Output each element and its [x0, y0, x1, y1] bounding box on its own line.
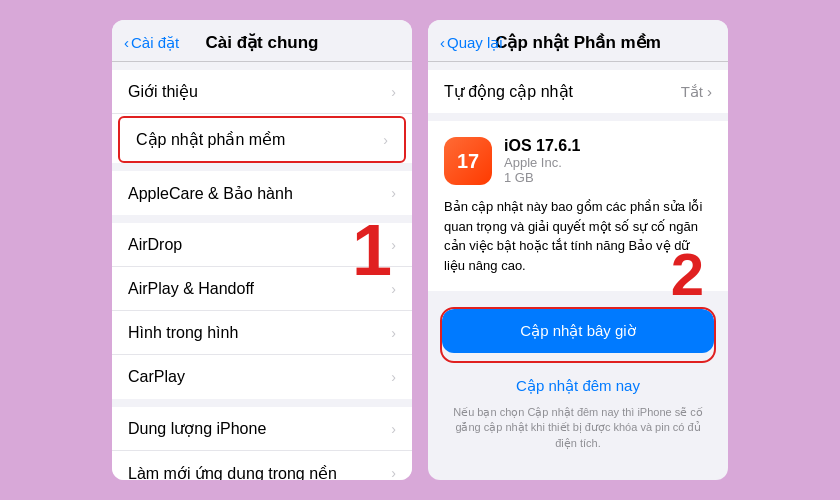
right-nav-back[interactable]: ‹ Quay lại	[440, 34, 503, 52]
auto-update-row[interactable]: Tự động cập nhật Tắt ›	[428, 70, 728, 113]
row-dung-luong[interactable]: Dung lượng iPhone ›	[112, 407, 412, 451]
chevron-icon-4: ›	[391, 237, 396, 253]
left-nav-title: Cài đặt chung	[206, 32, 319, 53]
row-applecare[interactable]: AppleCare & Bảo hành ›	[112, 171, 412, 215]
settings-group-2: AppleCare & Bảo hành ›	[112, 171, 412, 215]
lam-moi-label: Làm mới ứng dụng trong nền	[128, 464, 337, 481]
gioi-thieu-label: Giới thiệu	[128, 82, 198, 101]
left-phone-screen: ‹ Cài đặt Cài đặt chung Giới thiệu › Cập…	[112, 20, 412, 480]
back-arrow-icon-right: ‹	[440, 34, 445, 51]
row-lam-moi[interactable]: Làm mới ứng dụng trong nền ›	[112, 451, 412, 480]
chevron-icon-1: ›	[391, 84, 396, 100]
update-info: iOS 17.6.1 Apple Inc. 1 GB	[504, 137, 581, 185]
row-gioi-thieu[interactable]: Giới thiệu ›	[112, 70, 412, 114]
chevron-icon-5: ›	[391, 281, 396, 297]
update-header: 17 iOS 17.6.1 Apple Inc. 1 GB	[444, 137, 712, 185]
ios-icon-text: 17	[457, 150, 479, 173]
step-2-number: 2	[671, 240, 704, 309]
right-nav-title: Cập nhật Phần mềm	[495, 32, 661, 53]
back-arrow-icon: ‹	[124, 34, 129, 51]
settings-group-3: AirDrop › AirPlay & Handoff › Hình trong…	[112, 223, 412, 399]
update-actions: Cập nhật bây giờ Cập nhật đêm nay Nếu bạ…	[428, 299, 728, 463]
cap-nhat-phan-mem-label: Cập nhật phần mềm	[136, 130, 285, 149]
chevron-icon-2: ›	[383, 132, 388, 148]
auto-update-label: Tự động cập nhật	[444, 82, 573, 101]
right-phone-screen: ‹ Quay lại Cập nhật Phần mềm Tự động cập…	[428, 20, 728, 480]
auto-update-value: Tắt ›	[681, 83, 712, 101]
auto-update-status: Tắt	[681, 83, 703, 101]
settings-group-1: Giới thiệu › Cập nhật phần mềm ›	[112, 70, 412, 163]
update-tonight-note: Nếu bạn chọn Cập nhật đêm nay thì iPhone…	[440, 401, 716, 455]
right-nav-bar: ‹ Quay lại Cập nhật Phần mềm	[428, 20, 728, 62]
carplay-label: CarPlay	[128, 368, 185, 386]
settings-group-4: Dung lượng iPhone › Làm mới ứng dụng tro…	[112, 407, 412, 480]
ios-version: iOS 17.6.1	[504, 137, 581, 155]
airdrop-label: AirDrop	[128, 236, 182, 254]
left-nav-back[interactable]: ‹ Cài đặt	[124, 34, 179, 52]
right-back-label: Quay lại	[447, 34, 503, 52]
row-hinh-trong-hinh[interactable]: Hình trong hình ›	[112, 311, 412, 355]
chevron-icon-7: ›	[391, 369, 396, 385]
ios-icon: 17	[444, 137, 492, 185]
update-now-wrapper: Cập nhật bây giờ	[440, 307, 716, 363]
dung-luong-label: Dung lượng iPhone	[128, 419, 266, 438]
left-back-label: Cài đặt	[131, 34, 179, 52]
update-tonight-button[interactable]: Cập nhật đêm nay	[440, 371, 716, 401]
auto-update-chevron: ›	[707, 83, 712, 100]
ios-developer: Apple Inc.	[504, 155, 581, 170]
hinh-trong-hinh-label: Hình trong hình	[128, 324, 238, 342]
chevron-icon-3: ›	[391, 185, 396, 201]
applecare-label: AppleCare & Bảo hành	[128, 184, 293, 203]
update-now-button[interactable]: Cập nhật bây giờ	[442, 309, 714, 353]
chevron-icon-6: ›	[391, 325, 396, 341]
row-airdrop[interactable]: AirDrop ›	[112, 223, 412, 267]
airplay-label: AirPlay & Handoff	[128, 280, 254, 298]
chevron-icon-8: ›	[391, 421, 396, 437]
row-carplay[interactable]: CarPlay ›	[112, 355, 412, 399]
row-airplay[interactable]: AirPlay & Handoff ›	[112, 267, 412, 311]
left-nav-bar: ‹ Cài đặt Cài đặt chung	[112, 20, 412, 62]
row-cap-nhat-phan-mem[interactable]: Cập nhật phần mềm ›	[118, 116, 406, 163]
left-settings-list: Giới thiệu › Cập nhật phần mềm › AppleCa…	[112, 62, 412, 480]
ios-size: 1 GB	[504, 170, 581, 185]
chevron-icon-9: ›	[391, 465, 396, 480]
